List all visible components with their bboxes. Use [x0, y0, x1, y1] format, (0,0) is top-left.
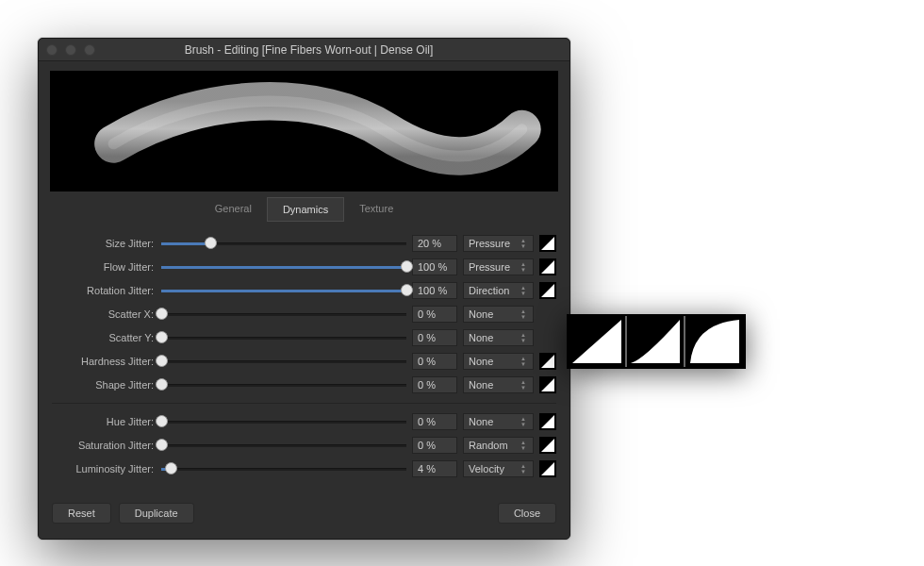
label-hardness: Hardness Jitter: [52, 356, 156, 367]
value-hardness[interactable]: 0 % [412, 353, 457, 370]
stepper-icon: ▲▼ [520, 332, 528, 343]
mode-select-luminosity[interactable]: Velocity▲▼ [463, 460, 534, 477]
value-hue[interactable]: 0 % [412, 413, 457, 430]
slider-thumb[interactable] [156, 378, 168, 391]
slider-shape[interactable] [161, 377, 406, 392]
mode-label: Pressure [469, 236, 510, 251]
row-shape: Shape Jitter:0 %None▲▼ [52, 375, 556, 395]
curve-option-ease-out[interactable] [685, 316, 744, 367]
curve-button-rotation[interactable] [539, 282, 556, 299]
slider-hardness[interactable] [161, 354, 406, 369]
divider [52, 403, 556, 404]
value-saturation[interactable]: 0 % [412, 437, 457, 454]
svg-marker-1 [541, 260, 554, 274]
value-luminosity[interactable]: 4 % [412, 460, 457, 477]
slider-thumb[interactable] [401, 260, 413, 273]
brush-editor-window: Brush - Editing [Fine Fibers Worn-out | … [38, 38, 570, 540]
tab-general[interactable]: General [200, 197, 267, 222]
slider-thumb[interactable] [401, 284, 413, 296]
curve-button-shape[interactable] [539, 376, 556, 393]
mode-label: Velocity [469, 461, 504, 476]
slider-thumb[interactable] [205, 237, 217, 249]
slider-thumb[interactable] [156, 415, 168, 427]
slider-thumb[interactable] [156, 331, 168, 343]
svg-marker-2 [541, 284, 554, 297]
value-flow[interactable]: 100 % [412, 258, 457, 275]
slider-thumb[interactable] [156, 439, 168, 451]
svg-marker-5 [541, 415, 554, 428]
label-luminosity: Luminosity Jitter: [52, 463, 156, 474]
slider-scattery[interactable] [161, 330, 406, 345]
label-scatterx: Scatter X: [52, 308, 156, 320]
mode-select-size[interactable]: Pressure▲▼ [463, 235, 534, 252]
curve-button-hue[interactable] [539, 413, 556, 430]
mode-select-flow[interactable]: Pressure▲▼ [463, 258, 534, 275]
titlebar: Brush - Editing [Fine Fibers Worn-out | … [39, 39, 569, 61]
slider-thumb[interactable] [156, 308, 168, 320]
svg-marker-0 [541, 237, 554, 250]
label-size: Size Jitter: [52, 238, 156, 249]
row-saturation: Saturation Jitter:0 %Random▲▼ [52, 435, 556, 456]
value-scatterx[interactable]: 0 % [412, 306, 457, 323]
slider-saturation[interactable] [161, 438, 406, 453]
slider-flow[interactable] [161, 259, 406, 275]
value-size[interactable]: 20 % [412, 235, 457, 252]
slider-luminosity[interactable] [161, 461, 406, 476]
mode-select-shape[interactable]: None▲▼ [463, 376, 534, 393]
value-shape[interactable]: 0 % [412, 376, 457, 393]
footer: Reset Duplicate Close [39, 491, 569, 539]
mode-select-hardness[interactable]: None▲▼ [463, 353, 534, 370]
row-hardness: Hardness Jitter:0 %None▲▼ [52, 351, 556, 372]
stepper-icon: ▲▼ [520, 308, 528, 320]
label-shape: Shape Jitter: [52, 379, 156, 391]
mode-select-hue[interactable]: None▲▼ [463, 413, 534, 430]
tab-dynamics[interactable]: Dynamics [267, 197, 344, 222]
curve-popout [567, 314, 746, 369]
label-saturation: Saturation Jitter: [52, 440, 156, 451]
curve-button-flow[interactable] [539, 258, 556, 275]
curve-option-linear[interactable] [569, 316, 627, 367]
brush-stroke-icon [50, 71, 558, 191]
mode-select-scattery[interactable]: None▲▼ [463, 329, 534, 346]
curve-button-hardness[interactable] [539, 353, 556, 370]
slider-thumb[interactable] [156, 355, 168, 367]
curve-button-luminosity[interactable] [539, 460, 556, 477]
mode-label: Direction [469, 283, 509, 298]
stepper-icon: ▲▼ [520, 238, 528, 249]
mode-label: None [469, 414, 493, 429]
close-button[interactable]: Close [498, 503, 556, 524]
label-rotation: Rotation Jitter: [52, 285, 156, 296]
mode-label: None [469, 377, 493, 392]
curve-option-ease-in[interactable] [627, 316, 685, 367]
curve-button-size[interactable] [539, 235, 556, 252]
stepper-icon: ▲▼ [520, 416, 528, 427]
mode-select-rotation[interactable]: Direction▲▼ [463, 282, 534, 299]
brush-preview [50, 71, 558, 191]
label-flow: Flow Jitter: [52, 261, 156, 273]
mode-select-saturation[interactable]: Random▲▼ [463, 437, 534, 454]
slider-hue[interactable] [161, 414, 406, 429]
mode-select-scatterx[interactable]: None▲▼ [463, 306, 534, 323]
row-flow: Flow Jitter:100 %Pressure▲▼ [52, 257, 556, 277]
svg-marker-6 [541, 439, 554, 452]
stepper-icon: ▲▼ [520, 356, 528, 367]
slider-rotation[interactable] [161, 283, 406, 298]
svg-marker-4 [541, 378, 554, 391]
duplicate-button[interactable]: Duplicate [119, 503, 194, 524]
value-scattery[interactable]: 0 % [412, 329, 457, 346]
tab-texture[interactable]: Texture [344, 197, 408, 222]
mode-label: Pressure [469, 259, 510, 275]
reset-button[interactable]: Reset [52, 503, 111, 524]
row-hue: Hue Jitter:0 %None▲▼ [52, 411, 556, 432]
mode-label: None [469, 354, 493, 369]
mode-label: None [469, 307, 493, 322]
stepper-icon: ▲▼ [520, 463, 528, 474]
curve-button-saturation[interactable] [539, 437, 556, 454]
slider-size[interactable] [161, 236, 406, 251]
mode-label: None [469, 330, 493, 345]
tab-bar: General Dynamics Texture [39, 197, 569, 222]
svg-marker-7 [541, 462, 554, 475]
slider-scatterx[interactable] [161, 307, 406, 322]
value-rotation[interactable]: 100 % [412, 282, 457, 299]
slider-thumb[interactable] [165, 462, 177, 474]
